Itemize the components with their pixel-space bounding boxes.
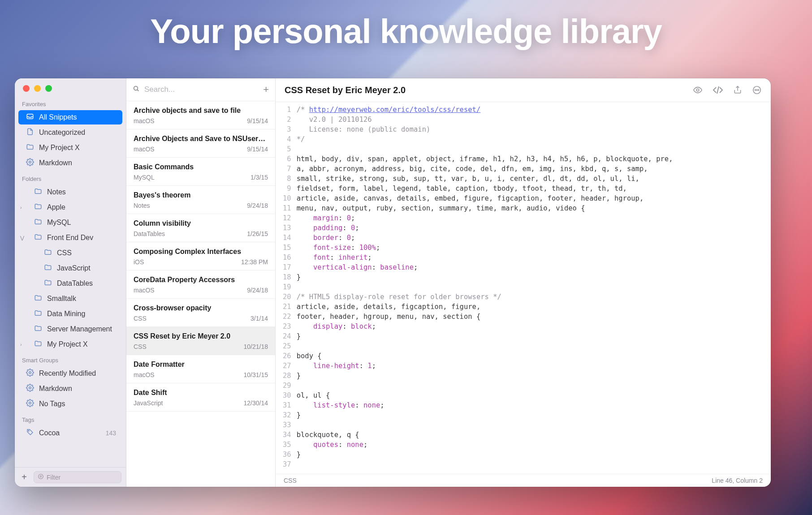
gear-icon [26,158,35,168]
sidebar-section-smart: Smart Groups [15,352,126,365]
code-editor[interactable]: 1 2 3 4 5 6 7 8 9 10 11 12 13 14 15 16 1… [276,102,771,474]
sidebar-item-count: 143 [106,429,118,437]
sidebar-item-javascript[interactable]: JavaScript [18,261,122,275]
list-item-category: macOS [134,371,155,378]
folder-icon [34,218,43,227]
zoom-button[interactable] [45,85,52,92]
sidebar-item-datatables[interactable]: DataTables [18,276,122,291]
list-item[interactable]: Basic CommandsMySQL1/3/15 [126,158,275,186]
sidebar-section-favorites: Favorites [15,96,126,109]
sidebar-item-css[interactable]: CSS [18,246,122,260]
add-snippet-button[interactable]: + [263,84,269,95]
svg-line-11 [137,90,138,91]
sidebar-item-label: Smalltalk [47,295,76,303]
share-icon[interactable] [733,86,742,94]
sidebar-item-label: All Snippets [39,113,77,121]
more-icon[interactable] [752,85,762,95]
sidebar-item-label: Cocoa [39,429,60,437]
sidebar-item-front-end-dev[interactable]: ⋁Front End Dev [18,231,122,245]
list-item[interactable]: CSS Reset by Eric Meyer 2.0CSS10/21/18 [126,327,275,355]
gear-icon [26,384,35,394]
list-item[interactable]: Cross-browser opacityCSS3/1/14 [126,299,275,327]
snippet-title[interactable]: CSS Reset by Eric Meyer 2.0 [285,85,693,95]
minimize-button[interactable] [34,85,41,92]
list-item-date: 9/15/14 [247,146,268,153]
sidebar-item-my-project-x[interactable]: My Project X [18,141,122,155]
disclosure-triangle[interactable]: ⋁ [20,235,26,241]
list-item-date: 3/1/14 [251,315,268,322]
sidebar-item-label: Front End Dev [47,234,93,242]
list-item-date: 1/3/15 [251,174,268,181]
sidebar-item-markdown[interactable]: Markdown [18,382,122,396]
sidebar-item-my-project-x[interactable]: ›My Project X [18,337,122,352]
sidebar-item-all-snippets[interactable]: All Snippets [18,110,122,124]
app-window: FavoritesAll SnippetsUncategorizedMy Pro… [15,78,771,487]
list-item-date: 10/21/18 [244,343,268,350]
sidebar-footer: + Filter [15,467,126,487]
list-item-title: Composing Complex Interfaces [134,248,268,256]
sidebar-section-folders: Folders [15,171,126,184]
preview-icon[interactable] [693,85,703,95]
sidebar-item-server-management[interactable]: Server Management [18,322,122,336]
snippet-list: + Archive objects and save to filemacOS9… [126,78,276,487]
sidebar-item-label: Server Management [47,325,112,333]
sidebar-item-markdown[interactable]: Markdown [18,156,122,170]
add-button[interactable]: + [19,472,29,482]
code-content[interactable]: /* http://meyerweb.com/eric/tools/css/re… [297,105,673,474]
sidebar-item-smalltalk[interactable]: Smalltalk [18,292,122,306]
filter-input[interactable]: Filter [34,471,121,483]
search-input[interactable] [144,85,259,94]
list-item[interactable]: CoreData Property AccessorsmacOS9/24/18 [126,270,275,299]
window-traffic-lights[interactable] [15,78,126,96]
sidebar-item-apple[interactable]: ›Apple [18,200,122,215]
list-item-title: Cross-browser opacity [134,304,268,312]
language-label[interactable]: CSS [284,477,297,484]
list-item[interactable]: Composing Complex InterfacesiOS12:38 PM [126,242,275,270]
sidebar-item-label: Apple [47,203,65,211]
sidebar-item-recently-modified[interactable]: Recently Modified [18,366,122,381]
list-item[interactable]: Archive Objects and Save to NSUser…macOS… [126,129,275,158]
folder-icon [34,202,43,212]
disclosure-triangle[interactable]: › [20,205,26,210]
list-item[interactable]: Bayes's theoremNotes9/24/18 [126,186,275,214]
list-item-category: macOS [134,117,155,124]
list-item-title: Date Shift [134,389,268,397]
sidebar: FavoritesAll SnippetsUncategorizedMy Pro… [15,78,126,487]
list-item-category: DataTables [134,230,165,237]
svg-point-1 [29,161,31,163]
filter-placeholder: Filter [47,474,60,481]
list-item-title: Date Formatter [134,360,268,369]
list-item-date: 1/26/15 [247,230,268,237]
list-item-title: Column visibility [134,219,268,227]
sidebar-item-data-mining[interactable]: Data Mining [18,307,122,321]
folder-icon [34,233,43,243]
list-item-date: 9/24/18 [247,202,268,209]
sidebar-item-label: Data Mining [47,310,85,318]
sidebar-item-notes[interactable]: Notes [18,185,122,199]
sidebar-item-mysql[interactable]: MySQL [18,215,122,230]
list-item[interactable]: Column visibilityDataTables1/26/15 [126,214,275,242]
list-item-date: 9/24/18 [247,287,268,294]
editor-pane: CSS Reset by Eric Meyer 2.0 1 2 3 4 5 6 … [276,78,771,487]
sidebar-item-label: DataTables [57,279,93,288]
list-item-title: Basic Commands [134,163,268,171]
list-item[interactable]: Date ShiftJavaScript12/30/14 [126,383,275,412]
sidebar-section-tags: Tags [15,412,126,425]
sidebar-item-uncategorized[interactable]: Uncategorized [18,125,122,140]
list-item-category: macOS [134,146,155,153]
filter-icon [38,473,44,481]
list-item-title: CoreData Property Accessors [134,276,268,284]
svg-point-16 [755,90,756,90]
svg-point-10 [134,86,138,90]
sidebar-item-cocoa[interactable]: Cocoa143 [18,426,122,440]
close-button[interactable] [23,85,30,92]
sidebar-item-no-tags[interactable]: No Tags [18,397,122,411]
list-item[interactable]: Date FormattermacOS10/31/15 [126,355,275,383]
code-icon[interactable] [713,85,723,95]
editor-footer: CSS Line 46, Column 2 [276,474,771,487]
sidebar-item-label: No Tags [39,400,65,408]
list-item[interactable]: Archive objects and save to filemacOS9/1… [126,101,275,129]
line-gutter: 1 2 3 4 5 6 7 8 9 10 11 12 13 14 15 16 1… [276,105,297,474]
disclosure-triangle[interactable]: › [20,342,26,347]
svg-point-12 [696,89,699,91]
